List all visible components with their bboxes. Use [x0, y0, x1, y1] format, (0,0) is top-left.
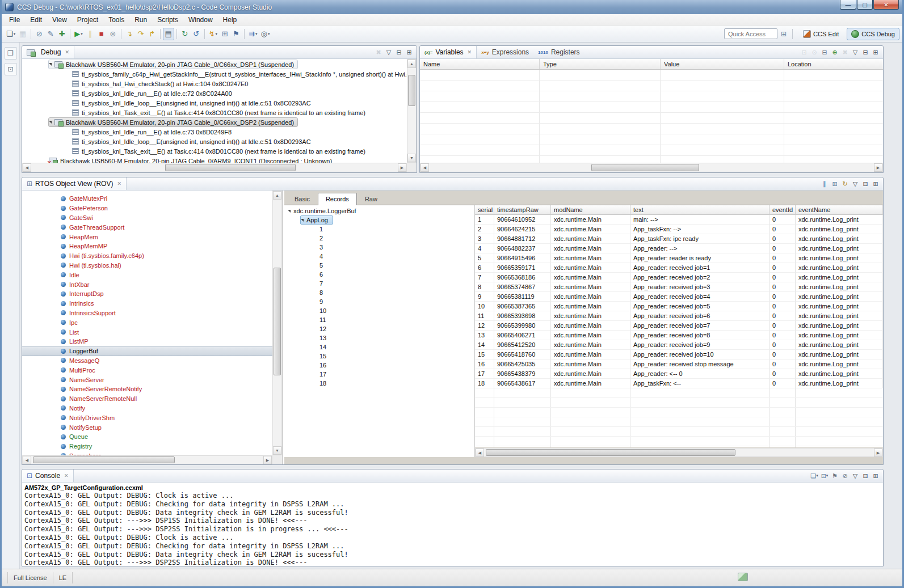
record-index-node[interactable]: 14 [284, 342, 331, 352]
scrollbar-thumb[interactable] [33, 456, 175, 463]
search-icon[interactable]: ◎▾ [259, 28, 272, 40]
expand-arrow-icon[interactable] [49, 121, 52, 124]
record-row[interactable]: 5 90664915496 xdc.runtime.Main App_reade… [475, 253, 883, 263]
scrollbar-thumb[interactable] [274, 268, 281, 375]
rov-module-item[interactable]: MultiProc [22, 365, 272, 375]
logger-root-node[interactable]: xdc.runtime.LoggerBuf [288, 206, 361, 215]
scroll-down-arrow[interactable]: ▼ [273, 446, 281, 455]
maximize-icon[interactable]: ⊞ [871, 179, 881, 189]
record-index-node[interactable]: 6 [284, 270, 327, 279]
module-tree-vertical-scrollbar[interactable]: ▲ ▼ [272, 191, 282, 455]
record-index-node[interactable]: 10 [284, 306, 331, 315]
record-index-node[interactable]: 8 [284, 288, 327, 297]
scroll-left-arrow[interactable]: ◀ [23, 163, 31, 172]
tab-expressions[interactable]: x+y Expressions [477, 46, 533, 58]
logger-instance-node[interactable]: AppLog [300, 215, 333, 225]
refresh-icon[interactable]: ↺▾ [191, 28, 202, 40]
debug-session-row[interactable]: Blackhawk USB560-M Emulator, 20-pin JTAG… [48, 117, 298, 127]
record-row[interactable]: 2 90664624215 xdc.runtime.Main App_taskF… [475, 225, 883, 234]
tab-console[interactable]: ⊡ Console ✕ [22, 469, 74, 482]
rov-module-item[interactable]: HeapMemMP [22, 242, 272, 251]
expand-arrow-icon[interactable] [301, 219, 304, 222]
step-return-icon[interactable]: ↱▾ [146, 28, 158, 40]
stack-frame-row[interactable]: ti_sysbios_hal_Hwi_checkStack() at Hwi.c… [72, 79, 251, 88]
resume-icon[interactable]: ▶▾ [73, 28, 85, 40]
record-row[interactable]: 4 90664882237 xdc.runtime.Main App_reade… [475, 244, 883, 253]
tab-raw[interactable]: Raw [357, 193, 385, 205]
record-index-node[interactable]: 2 [284, 234, 327, 243]
column-header-location[interactable]: Location [784, 59, 883, 69]
scroll-right-arrow[interactable]: ▶ [874, 449, 882, 457]
window-maximize-button[interactable]: ▢ [857, 0, 873, 10]
view-menu-icon[interactable]: ▽ [850, 47, 860, 57]
record-row[interactable]: 1 90664610952 xdc.runtime.Main main: -->… [475, 215, 883, 225]
stack-frame-row[interactable]: ti_sysbios_knl_Idle_loop__E(unsigned int… [72, 98, 314, 108]
open-perspective-icon[interactable]: ⊞ [781, 30, 787, 38]
debug-session-row[interactable]: Blackhawk USB560-M Emulator, 20-pin JTAG… [48, 60, 298, 69]
scrollbar-thumb[interactable] [165, 164, 296, 171]
column-header-type[interactable]: Type [540, 59, 661, 69]
rov-module-item[interactable]: NotifyDriverShm [22, 413, 272, 422]
step-over-icon[interactable]: ↷▾ [135, 28, 146, 40]
open-console-icon[interactable]: ❏▾ [809, 471, 819, 481]
step-into-icon[interactable]: ↴▾ [124, 28, 135, 40]
ccs-edit-perspective-button[interactable]: CCS Edit [798, 28, 843, 40]
record-row[interactable]: 16 90665425035 xdc.runtime.Main App_read… [475, 359, 883, 369]
record-row[interactable]: 6 90665359171 xdc.runtime.Main App_reade… [475, 263, 883, 273]
column-header-text[interactable]: text [630, 205, 770, 215]
stack-frame-row[interactable]: ti_sysbios_family_c64p_Hwi_getStackInfo_… [72, 69, 407, 79]
scrollbar-thumb[interactable] [486, 449, 735, 456]
scrollbar-thumb[interactable] [591, 164, 699, 171]
debug-horizontal-scrollbar[interactable]: ◀ ▶ [22, 163, 407, 172]
column-header-timestampraw[interactable]: timestampRaw [494, 205, 551, 215]
record-row[interactable]: 17 90665438379 xdc.runtime.Main App_read… [475, 369, 883, 379]
scrollbar-thumb[interactable] [408, 75, 415, 106]
suspend-icon[interactable]: ∥▾ [85, 28, 96, 40]
scroll-down-arrow[interactable]: ▼ [407, 154, 416, 162]
record-row[interactable]: 14 90665412520 xdc.runtime.Main App_read… [475, 340, 883, 350]
rov-module-item[interactable]: GateSwi [22, 213, 272, 223]
record-index-node[interactable]: 12 [284, 324, 331, 333]
rov-module-item[interactable]: Semaphore [22, 451, 272, 455]
menu-item[interactable]: Scripts [152, 15, 183, 25]
tab-registers[interactable]: 1010 Registers [533, 46, 584, 58]
rov-module-item[interactable]: List [22, 327, 272, 337]
record-row[interactable]: 10 90665387365 xdc.runtime.Main App_read… [475, 302, 883, 311]
record-index-node[interactable]: 3 [284, 243, 327, 252]
close-icon[interactable]: ✕ [468, 49, 472, 55]
record-row[interactable]: 12 90665399980 xdc.runtime.Main App_read… [475, 321, 883, 331]
record-row[interactable]: 3 90664881712 xdc.runtime.Main App_taskF… [475, 234, 883, 244]
record-index-node[interactable]: 17 [284, 370, 331, 379]
menu-item[interactable]: Help [218, 15, 242, 25]
rov-module-item[interactable]: Notify [22, 404, 272, 413]
view-menu-icon[interactable]: ▽ [384, 47, 394, 57]
menu-item[interactable]: Run [129, 15, 152, 25]
maximize-icon[interactable]: ⊞ [871, 47, 881, 57]
table-view-icon[interactable]: ⊞ [830, 179, 840, 189]
menu-item[interactable]: Project [72, 15, 103, 25]
stack-frame-row[interactable]: ti_sysbios_knl_Idle_run__E() at Idle.c:7… [72, 127, 235, 137]
window-close-button[interactable]: ✕ [873, 0, 899, 10]
new-watch-expression-icon[interactable]: ⊕ [830, 47, 840, 57]
stack-frame-row[interactable]: ti_sysbios_knl_Idle_run__E() at Idle.c:7… [72, 88, 236, 98]
debug-session-row[interactable]: Blackhawk USB560-M Emulator, 20-pin JTAG… [48, 156, 336, 163]
column-header-eventname[interactable]: eventName [796, 205, 883, 215]
rov-module-item[interactable]: Intrinsics [22, 299, 272, 308]
window-minimize-button[interactable]: — [840, 0, 856, 10]
suspend-polling-icon[interactable]: ∥ [819, 179, 830, 189]
pin-console-icon[interactable]: ⚑▾ [830, 471, 840, 481]
record-index-node[interactable]: 15 [284, 352, 331, 361]
menu-item[interactable]: File [4, 15, 25, 25]
disconnect-icon[interactable]: ⊗▾ [107, 28, 119, 40]
rov-module-item[interactable]: Registry [22, 442, 272, 451]
console-output[interactable]: AM572x_GP_TargetConfiguration.ccxml Cort… [22, 483, 883, 566]
column-header-name[interactable]: Name [420, 59, 540, 69]
scroll-right-arrow[interactable]: ▶ [263, 456, 272, 464]
rov-module-item[interactable]: NameServerRemoteNotify [22, 384, 272, 394]
maximize-icon[interactable]: ⊞▾ [871, 471, 881, 481]
scroll-lock-icon[interactable]: ⊘▾ [840, 471, 850, 481]
scroll-up-arrow[interactable]: ▲ [273, 191, 281, 200]
menu-item[interactable]: Edit [25, 15, 47, 25]
rov-module-item[interactable]: Idle [22, 270, 272, 280]
record-row[interactable]: 13 90665406271 xdc.runtime.Main App_read… [475, 331, 883, 340]
